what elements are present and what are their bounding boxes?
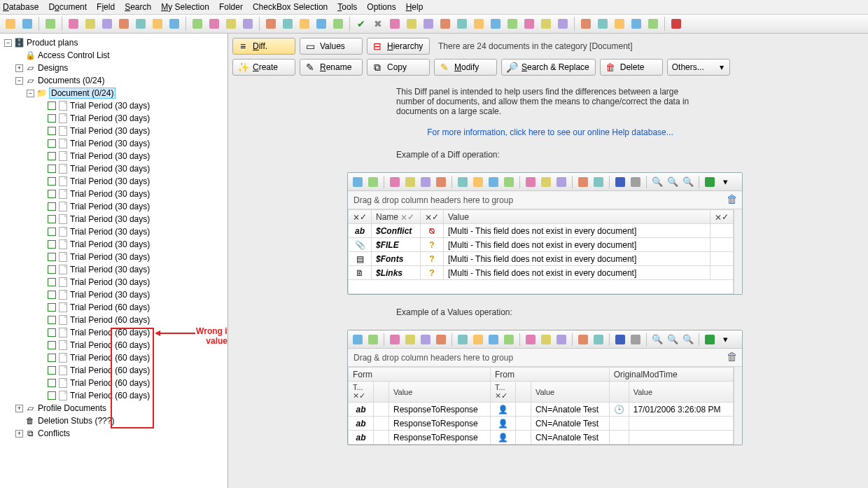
col-value[interactable]: Value [444,210,710,224]
tb-s-icon[interactable] [404,16,419,32]
tree-doc-60[interactable]: Trial Period (60 days) [1,364,226,377]
diff-row[interactable]: ▤$Fonts?[Multi - This field does not exi… [349,252,734,266]
diff-scrollbar[interactable] [734,209,742,294]
sv-l-icon[interactable] [539,333,553,347]
tree-doc-30[interactable]: Trial Period (30 days) [1,238,226,251]
col-time-icon[interactable] [609,382,629,403]
tree-doc-60[interactable]: Trial Period (60 days) [1,377,226,389]
diff-row[interactable]: 🗎$Links?[Multi - This field does not exi… [349,266,734,280]
tb-a-icon[interactable] [43,16,58,32]
tb-o-icon[interactable] [297,16,312,32]
values-row[interactable]: abResponseToResponse👤CN=Anatole Test🕒17/… [349,403,734,417]
tree-root[interactable]: −🗄️Product plans [1,36,226,49]
col-form-t[interactable]: T... ⨯✓ [349,382,374,403]
tb-n-icon[interactable] [280,16,295,32]
tree-doc-60[interactable]: Trial Period (60 days) [1,351,226,364]
tree-doc-30[interactable]: Trial Period (30 days) [1,125,226,137]
col-form-icon[interactable] [374,382,389,403]
create-button[interactable]: ✨Create [232,59,295,76]
trash-icon-2[interactable]: 🗑 [727,351,738,363]
tb-p-icon[interactable] [314,16,329,32]
sv-s-icon[interactable]: 🔍 [666,333,680,347]
st-e-icon[interactable] [419,175,433,189]
st-s-icon[interactable]: 🔍 [666,175,680,189]
tb-j-icon[interactable] [206,16,222,32]
sv-q-icon[interactable] [629,333,643,347]
help-link[interactable]: For more information, click here to see … [427,127,673,137]
col-group-from[interactable]: From [490,368,609,382]
tree-expander-icon[interactable]: + [15,64,23,72]
tree-acl[interactable]: 🔒Access Control List [1,49,226,62]
checkbox-icon[interactable] [48,291,56,299]
sv-v-icon[interactable]: ▾ [718,333,732,347]
tb-m-icon[interactable] [263,16,279,32]
tree-doc-30[interactable]: Trial Period (30 days) [1,188,226,200]
values-row[interactable]: abResponseToResponse👤CN=Anatole Test [349,431,734,445]
tree-expander-icon[interactable]: − [27,90,34,97]
tree-doc-30[interactable]: Trial Period (30 days) [1,175,226,188]
checkbox-icon[interactable] [48,165,56,173]
sv-i-icon[interactable] [486,333,500,347]
checkbox-icon[interactable] [48,114,56,123]
st-p-icon[interactable] [613,175,627,189]
sv-d-icon[interactable] [403,333,417,347]
tree-expander-icon[interactable]: + [15,405,23,412]
st-k-icon[interactable] [524,175,538,189]
checkbox-icon[interactable] [48,328,56,337]
checkbox-icon[interactable] [48,316,56,324]
st-b-icon[interactable] [366,175,380,189]
col-from-icon[interactable] [515,382,531,403]
checkbox-icon[interactable] [48,253,56,261]
sv-u-icon[interactable] [703,333,717,347]
menu-options[interactable]: Options [367,2,396,12]
sv-o-icon[interactable] [592,333,606,347]
col-time-value[interactable]: Value [629,382,733,403]
diff-button[interactable]: ≡ Diff. [232,38,295,55]
checkbox-icon[interactable] [48,265,56,274]
delete-button[interactable]: 🗑Delete [600,59,663,76]
menu-document[interactable]: Document [48,2,87,12]
sv-t-icon[interactable]: 🔍 [681,333,695,347]
sv-a-icon[interactable] [351,333,365,347]
st-q-icon[interactable] [629,175,643,189]
tree-doc-30[interactable]: Trial Period (30 days) [1,200,226,213]
checkbox-icon[interactable] [48,152,56,160]
st-i-icon[interactable] [486,175,500,189]
checkbox-icon[interactable] [48,139,56,148]
copy-button[interactable]: ⧉Copy [367,59,430,76]
others-button[interactable]: Others...▾ [667,59,730,76]
checkbox-icon[interactable] [48,190,56,198]
col-name[interactable]: Name ⨯✓ [372,210,421,224]
tb-c-icon[interactable] [83,16,98,32]
tb-b-icon[interactable] [66,16,81,32]
tb-g-icon[interactable] [150,16,165,32]
search-replace-button[interactable]: 🔎Search & Replace [501,59,596,76]
st-n-icon[interactable] [576,175,590,189]
tree-doc-30[interactable]: Trial Period (30 days) [1,288,226,301]
tb-dd-icon[interactable] [595,16,610,32]
rename-button[interactable]: ✎Rename [300,59,363,76]
sv-j-icon[interactable] [502,333,516,347]
tree-doc-30[interactable]: Trial Period (30 days) [1,112,226,125]
hierarchy-button[interactable]: ⊟ Hierarchy [367,38,430,55]
sv-g-icon[interactable] [456,333,470,347]
tb-refresh-icon[interactable] [20,16,35,32]
st-l-icon[interactable] [539,175,553,189]
st-u-icon[interactable] [703,175,717,189]
checkbox-icon[interactable] [48,341,56,349]
tb-open-icon[interactable] [3,16,18,32]
menu-checkbox-selection[interactable]: CheckBox Selection [253,2,328,12]
tb-gg-icon[interactable] [645,16,661,32]
tree-doc-30[interactable]: Trial Period (30 days) [1,150,226,162]
checkbox-icon[interactable] [48,278,56,286]
tb-hh-icon[interactable] [668,16,684,32]
menu-field[interactable]: Field [97,2,115,12]
checkbox-icon[interactable] [48,228,56,236]
tree-doc-30[interactable]: Trial Period (30 days) [1,137,226,150]
tb-k-icon[interactable] [223,16,239,32]
col-from-t[interactable]: T... ⨯✓ [490,382,515,403]
tb-t-icon[interactable] [421,16,436,32]
tb-ff-icon[interactable] [629,16,644,32]
tree-documents[interactable]: −▱Documents (0/24) [1,74,226,87]
checkbox-icon[interactable] [48,366,56,375]
